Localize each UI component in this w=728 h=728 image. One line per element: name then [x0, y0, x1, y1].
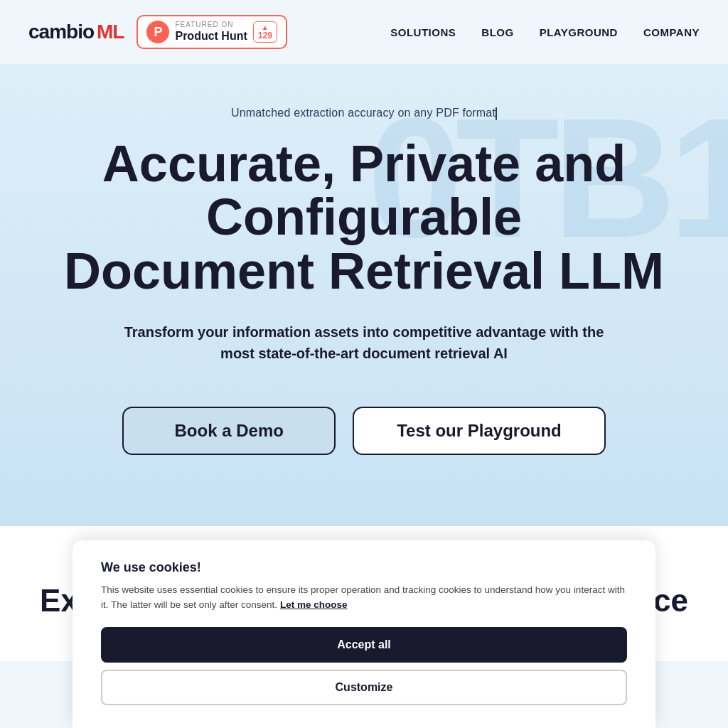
hero-description: Transform your information assets into c…: [115, 321, 613, 364]
ph-icon: P: [146, 21, 169, 43]
nav-link-company[interactable]: COMPANY: [643, 26, 700, 38]
logo-ml: ML: [97, 21, 124, 43]
hero-buttons: Book a Demo Test our Playground: [28, 407, 700, 455]
hero-title: Accurate, Private and Configurable Docum…: [28, 137, 700, 299]
ph-count: ▲ 129: [253, 21, 277, 43]
navbar: cambioML P FEATURED ON Product Hunt ▲ 12…: [0, 0, 728, 64]
logo-cambio: cambio: [28, 21, 94, 43]
cookie-title: We use cookies!: [101, 560, 627, 575]
hero-section: 0TB1 Unmatched extraction accuracy on an…: [0, 64, 728, 526]
nav-link-solutions[interactable]: SOLUTIONS: [390, 26, 456, 38]
cursor-blink: [496, 107, 497, 120]
ph-text: FEATURED ON Product Hunt: [175, 21, 247, 43]
cookie-banner: We use cookies! This website uses essent…: [73, 540, 655, 661]
nav-links: SOLUTIONS BLOG PLAYGROUND COMPANY: [390, 26, 700, 38]
cookie-description: This website uses essential cookies to e…: [101, 582, 627, 613]
ph-number: 129: [258, 31, 272, 41]
let-me-choose-link[interactable]: Let me choose: [280, 599, 348, 610]
nav-link-playground[interactable]: PLAYGROUND: [540, 26, 618, 38]
playground-button[interactable]: Test our Playground: [353, 407, 606, 455]
book-demo-button[interactable]: Book a Demo: [122, 407, 336, 455]
hero-subtitle: Unmatched extraction accuracy on any PDF…: [28, 107, 700, 120]
ph-name: Product Hunt: [175, 29, 247, 43]
site-logo[interactable]: cambioML: [28, 21, 124, 43]
product-hunt-badge[interactable]: P FEATURED ON Product Hunt ▲ 129: [136, 15, 287, 49]
cookie-buttons: Accept all Customize: [101, 627, 627, 661]
ph-featured-label: FEATURED ON: [175, 21, 247, 29]
nav-link-blog[interactable]: BLOG: [481, 26, 513, 38]
accept-all-button[interactable]: Accept all: [101, 627, 627, 661]
